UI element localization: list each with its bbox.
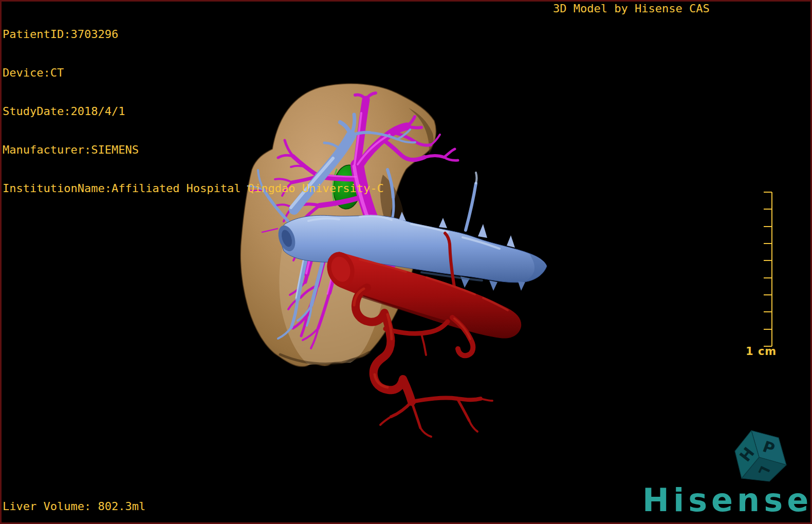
device-text: Device:CT xyxy=(3,66,384,79)
scale-ruler xyxy=(764,192,772,346)
watermark-text: 3D Model by Hisense CAS xyxy=(553,2,710,15)
scale-label: 1 cm xyxy=(746,345,777,358)
patient-id-text: PatientID:3703296 xyxy=(3,28,384,41)
liver-volume-text: Liver Volume: 802.3ml xyxy=(3,500,145,513)
study-date-text: StudyDate:2018/4/1 xyxy=(3,105,384,118)
manufacturer-text: Manufacturer:SIEMENS xyxy=(3,143,384,156)
institution-text: InstitutionName:Affiliated Hospital Qing… xyxy=(3,182,384,195)
hisense-logo: Hisense xyxy=(642,483,812,517)
scale-bar xyxy=(735,185,781,354)
patient-info-block: PatientID:3703296 Device:CT StudyDate:20… xyxy=(3,2,384,220)
cas-3d-viewer-window: PatientID:3703296 Device:CT StudyDate:20… xyxy=(0,0,812,524)
